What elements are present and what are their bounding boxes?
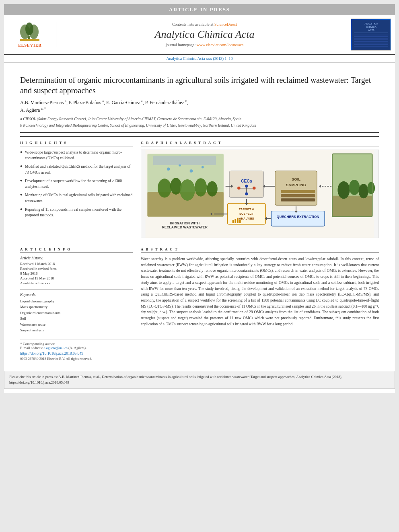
page: ARTICLE IN PRESS ELSEVIER Contents lists… bbox=[4, 4, 395, 393]
article-title: Determination of organic microcontaminan… bbox=[20, 75, 379, 96]
contents-available: Contents lists available at ScienceDirec… bbox=[172, 22, 237, 27]
svg-text:RECLAIMED WASTEWATER: RECLAIMED WASTEWATER bbox=[162, 225, 208, 229]
main-content: Determination of organic microcontaminan… bbox=[4, 63, 395, 367]
highlight-item-1: Wide-scope target/suspect analysis to de… bbox=[20, 150, 133, 161]
svg-point-25 bbox=[207, 181, 218, 197]
highlight-item-4: Monitoring of OMCs in real agricultural … bbox=[20, 192, 133, 204]
svg-point-21 bbox=[158, 179, 171, 197]
affiliation-b: b Nanotechnology and Integrated BioEngin… bbox=[20, 123, 379, 128]
authors-line: A.B. Martínez-Piernas a, P. Plaza-Bolaño… bbox=[20, 99, 379, 114]
journal-cover-image: ANALYTICA CHIMICA ACTA bbox=[351, 18, 391, 51]
svg-text:CHIMICA: CHIMICA bbox=[366, 26, 376, 28]
svg-rect-58 bbox=[281, 190, 315, 193]
citation-box: Please cite this article in press as: A.… bbox=[4, 371, 395, 389]
highlight-item-5: Reporting of 11 compounds in real sample… bbox=[20, 207, 133, 218]
cover-thumbnail: ANALYTICA CHIMICA ACTA bbox=[352, 20, 390, 50]
svg-rect-60 bbox=[281, 198, 315, 201]
email-line: E-mail address: a.aguera@ual.es (A. Agüe… bbox=[20, 346, 379, 350]
journal-name: Analytica Chimica Acta bbox=[155, 29, 255, 41]
keywords-list: Liquid chromatography Mass spectrometry … bbox=[20, 298, 133, 333]
keyword-2: Mass spectrometry bbox=[20, 304, 133, 310]
affiliations: a CIESOL (Solar Energy Research Center),… bbox=[20, 117, 379, 128]
svg-text:ANALYTICA: ANALYTICA bbox=[364, 23, 378, 25]
svg-point-73 bbox=[358, 184, 368, 198]
received-revised-date: 8 May 2018 bbox=[20, 271, 133, 275]
article-info-label: A R T I C L E I N F O bbox=[20, 247, 133, 253]
highlights-abstract-section: H I G H L I G H T S Wide-scope target/su… bbox=[20, 136, 379, 238]
svg-point-39 bbox=[245, 185, 248, 188]
svg-point-37 bbox=[237, 187, 241, 190]
received-date: Received 1 March 2018 bbox=[20, 262, 133, 266]
abstract-text: Water scarcity is a problem worldwide, a… bbox=[141, 256, 379, 327]
svg-rect-59 bbox=[281, 194, 315, 197]
keyword-1: Liquid chromatography bbox=[20, 298, 133, 304]
highlights-label: H I G H L I G H T S bbox=[20, 141, 133, 146]
svg-rect-50 bbox=[239, 220, 241, 223]
svg-point-26 bbox=[167, 168, 170, 171]
article-info-left: A R T I C L E I N F O Article history: R… bbox=[20, 247, 133, 333]
journal-center-info: Contents lists available at ScienceDirec… bbox=[62, 22, 347, 47]
svg-point-38 bbox=[253, 187, 256, 190]
history-title: Article history: bbox=[20, 256, 133, 260]
svg-text:CECs: CECs bbox=[241, 179, 252, 183]
accepted-date: Accepted 19 May 2018 bbox=[20, 276, 133, 280]
svg-rect-9 bbox=[354, 33, 388, 33]
svg-text:ACTA: ACTA bbox=[368, 29, 374, 31]
highlights-column: H I G H L I G H T S Wide-scope target/su… bbox=[20, 141, 133, 238]
journal-header: ELSEVIER Contents lists available at Sci… bbox=[4, 15, 395, 55]
svg-point-72 bbox=[349, 180, 360, 195]
sciencedirect-link[interactable]: ScienceDirect bbox=[214, 22, 237, 27]
highlight-item-2: Modified and validated QuEChERS method f… bbox=[20, 164, 133, 175]
info-divider bbox=[20, 289, 133, 290]
svg-text:ANALYSIS: ANALYSIS bbox=[239, 216, 254, 220]
email-link[interactable]: a.aguera@ual.es bbox=[43, 346, 67, 350]
banner-text: ARTICLE IN PRESS bbox=[169, 6, 230, 12]
svg-rect-49 bbox=[237, 218, 239, 223]
elsevier-logo: ELSEVIER bbox=[8, 22, 56, 47]
svg-point-29 bbox=[202, 166, 204, 168]
svg-rect-48 bbox=[234, 219, 236, 223]
graphical-abstract-column: G R A P H I C A L A B S T R A C T bbox=[141, 141, 379, 238]
elsevier-tree-icon bbox=[13, 22, 47, 42]
article-in-press-banner: ARTICLE IN PRESS bbox=[4, 4, 395, 15]
highlight-item-3: Development of a suspect workflow for th… bbox=[20, 178, 133, 190]
svg-point-28 bbox=[190, 169, 193, 173]
svg-point-3 bbox=[25, 23, 33, 35]
svg-point-71 bbox=[337, 181, 350, 199]
svg-rect-30 bbox=[153, 156, 216, 165]
abstract-label: A B S T R A C T bbox=[141, 247, 379, 253]
highlights-list: Wide-scope target/suspect analysis to de… bbox=[20, 150, 133, 218]
copyright-text: 0003-2670/© 2018 Elsevier B.V. All right… bbox=[20, 357, 379, 361]
doi-link[interactable]: https://doi.org/10.1016/j.aca.2018.05.04… bbox=[20, 351, 379, 355]
svg-text:IRRIGATION WITH: IRRIGATION WITH bbox=[170, 221, 200, 225]
svg-text:SUSPECT: SUSPECT bbox=[239, 212, 254, 216]
svg-text:SAMPLING: SAMPLING bbox=[286, 183, 306, 187]
svg-rect-70 bbox=[332, 196, 372, 217]
svg-rect-47 bbox=[232, 220, 234, 223]
keyword-5: Wastewater reuse bbox=[20, 322, 133, 327]
corresponding-note: * Corresponding author. bbox=[20, 342, 379, 346]
keywords-title: Keywords: bbox=[20, 293, 133, 297]
graphical-abstract-label: G R A P H I C A L A B S T R A C T bbox=[141, 141, 379, 146]
elsevier-text: ELSEVIER bbox=[18, 43, 42, 47]
keywords-section: Keywords: Liquid chromatography Mass spe… bbox=[20, 293, 133, 333]
affiliation-a: a CIESOL (Solar Energy Research Center),… bbox=[20, 117, 379, 122]
svg-text:TARGET &: TARGET & bbox=[239, 207, 255, 211]
graphical-abstract-image: IRRIGATION WITH RECLAIMED WASTEWATER CEC… bbox=[141, 150, 379, 238]
keyword-6: Suspect analysis bbox=[20, 327, 133, 333]
divider-main bbox=[20, 132, 379, 133]
footer-note: * Corresponding author. E-mail address: … bbox=[20, 339, 379, 361]
homepage-link[interactable]: www.elsevier.com/locate/aca bbox=[197, 43, 244, 47]
svg-text:SOIL: SOIL bbox=[292, 177, 300, 181]
svg-point-40 bbox=[245, 192, 248, 195]
citation-line: Analytica Chimica Acta xxx (2018) 1–10 bbox=[4, 55, 395, 63]
svg-point-23 bbox=[180, 179, 195, 201]
keyword-4: Soil bbox=[20, 316, 133, 321]
received-revised-label: Received in revised form bbox=[20, 267, 133, 271]
article-history: Article history: Received 1 March 2018 R… bbox=[20, 256, 133, 285]
journal-homepage: journal homepage: www.elsevier.com/locat… bbox=[166, 43, 244, 47]
keyword-3: Organic microcontaminants bbox=[20, 310, 133, 316]
abstract-section: A B S T R A C T Water scarcity is a prob… bbox=[141, 247, 379, 333]
svg-rect-4 bbox=[20, 39, 39, 41]
graphical-abstract-svg: IRRIGATION WITH RECLAIMED WASTEWATER CEC… bbox=[141, 150, 378, 238]
